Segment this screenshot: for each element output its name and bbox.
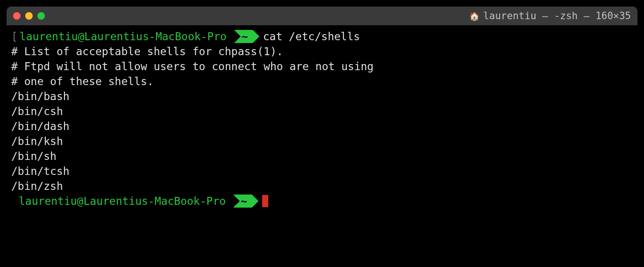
window-title: 🏠 laurentiu — -zsh — 160×35 xyxy=(469,10,631,22)
title-bar: 🏠 laurentiu — -zsh — 160×35 xyxy=(7,7,637,25)
output-line: /bin/csh xyxy=(11,104,633,119)
prompt-dir: ~ xyxy=(241,195,247,207)
prompt-dir-badge: ~ xyxy=(234,30,259,43)
maximize-button[interactable] xyxy=(37,12,45,20)
window-title-text: laurentiu — -zsh — 160×35 xyxy=(483,10,631,22)
prompt-bracket: [ xyxy=(11,29,18,44)
output-line: # one of these shells. xyxy=(11,74,633,89)
minimize-button[interactable] xyxy=(25,12,33,20)
output-line: /bin/ksh xyxy=(11,134,633,149)
command-text: cat /etc/shells xyxy=(263,29,360,44)
output-line: /bin/dash xyxy=(11,119,633,134)
prompt-user-host: laurentiu@Laurentius-MacBook-Pro xyxy=(19,194,226,209)
output-line: /bin/sh xyxy=(11,149,633,164)
output-line: /bin/zsh xyxy=(11,179,633,194)
traffic-lights xyxy=(13,12,45,20)
prompt-dir: ~ xyxy=(242,30,248,43)
prompt-line-empty: laurentiu@Laurentius-MacBook-Pro ~ xyxy=(11,194,633,209)
prompt-line: [ laurentiu@Laurentius-MacBook-Pro ~ cat… xyxy=(11,29,633,44)
prompt-dir-badge: ~ xyxy=(233,195,258,208)
output-line: /bin/bash xyxy=(11,89,633,104)
home-icon: 🏠 xyxy=(469,11,479,21)
cursor xyxy=(262,195,268,207)
terminal-body[interactable]: [ laurentiu@Laurentius-MacBook-Pro ~ cat… xyxy=(7,25,637,260)
output-line: # List of acceptable shells for chpass(1… xyxy=(11,44,633,59)
close-button[interactable] xyxy=(13,12,21,20)
output-line: # Ftpd will not allow users to connect w… xyxy=(11,59,633,74)
terminal-window: 🏠 laurentiu — -zsh — 160×35 [ laurentiu@… xyxy=(7,7,637,260)
prompt-user-host: laurentiu@Laurentius-MacBook-Pro xyxy=(20,29,227,44)
output-line: /bin/tcsh xyxy=(11,164,633,179)
